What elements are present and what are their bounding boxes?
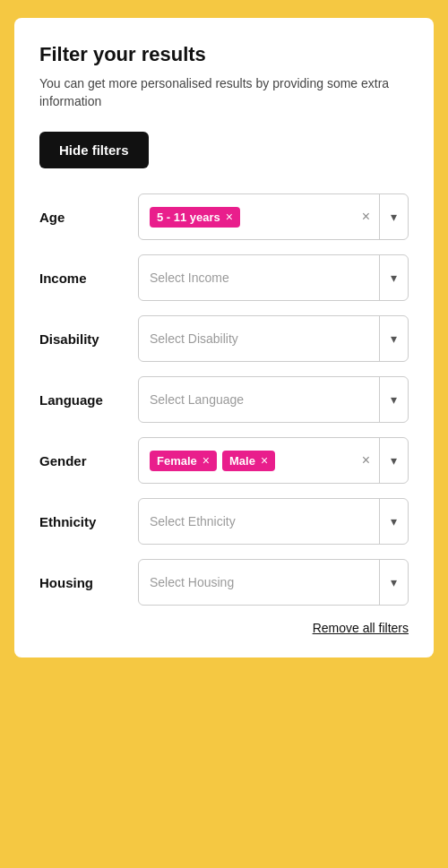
filter-dropdown-language[interactable]: ▾ bbox=[379, 377, 408, 422]
filter-select-language[interactable]: Select Language▾ bbox=[138, 376, 409, 423]
tag-age: 5 - 11 years× bbox=[150, 207, 240, 228]
chevron-down-icon-income: ▾ bbox=[391, 271, 397, 285]
filter-select-inner-housing: Select Housing bbox=[139, 560, 379, 605]
filter-dropdown-ethnicity[interactable]: ▾ bbox=[379, 499, 408, 544]
filter-clear-age[interactable]: × bbox=[353, 209, 379, 225]
tag-label-age: 5 - 11 years bbox=[157, 211, 220, 224]
filter-row-disability: DisabilitySelect Disability▾ bbox=[39, 315, 409, 362]
filter-select-disability[interactable]: Select Disability▾ bbox=[138, 315, 409, 362]
filter-select-gender[interactable]: Female×Male××▾ bbox=[138, 437, 409, 484]
remove-all-container: Remove all filters bbox=[39, 620, 409, 636]
tag-close-gender[interactable]: × bbox=[261, 454, 268, 467]
filter-row-housing: HousingSelect Housing▾ bbox=[39, 559, 409, 606]
chevron-down-icon-disability: ▾ bbox=[391, 331, 397, 346]
filter-select-income[interactable]: Select Income▾ bbox=[138, 254, 409, 301]
filter-select-ethnicity[interactable]: Select Ethnicity▾ bbox=[138, 498, 409, 545]
filter-row-income: IncomeSelect Income▾ bbox=[39, 254, 409, 301]
filter-label-disability: Disability bbox=[39, 331, 138, 347]
filter-label-housing: Housing bbox=[39, 575, 138, 590]
filter-dropdown-gender[interactable]: ▾ bbox=[379, 438, 408, 483]
filter-select-inner-language: Select Language bbox=[139, 377, 379, 422]
tag-label-gender: Male bbox=[229, 454, 255, 468]
filter-dropdown-income[interactable]: ▾ bbox=[379, 255, 408, 300]
chevron-down-icon-gender: ▾ bbox=[391, 453, 397, 468]
filter-label-age: Age bbox=[39, 210, 138, 225]
filter-row-ethnicity: EthnicitySelect Ethnicity▾ bbox=[39, 498, 409, 545]
tag-close-age[interactable]: × bbox=[226, 211, 233, 223]
filter-dropdown-housing[interactable]: ▾ bbox=[379, 560, 408, 605]
remove-all-link[interactable]: Remove all filters bbox=[313, 621, 409, 635]
filter-row-gender: GenderFemale×Male××▾ bbox=[39, 437, 409, 484]
tag-gender: Male× bbox=[222, 451, 275, 471]
chevron-down-icon-housing: ▾ bbox=[391, 575, 397, 589]
filter-card: Filter your results You can get more per… bbox=[14, 18, 434, 657]
hide-filters-button[interactable]: Hide filters bbox=[39, 132, 149, 168]
filter-label-income: Income bbox=[39, 271, 138, 286]
filter-clear-gender[interactable]: × bbox=[353, 452, 379, 468]
filter-select-inner-income: Select Income bbox=[139, 255, 379, 300]
tag-gender: Female× bbox=[150, 451, 217, 471]
filter-row-age: Age5 - 11 years××▾ bbox=[39, 193, 409, 240]
card-title: Filter your results bbox=[39, 43, 409, 66]
filter-dropdown-disability[interactable]: ▾ bbox=[379, 316, 408, 361]
tag-label-gender: Female bbox=[157, 454, 197, 468]
filter-dropdown-age[interactable]: ▾ bbox=[379, 194, 408, 239]
filter-label-gender: Gender bbox=[39, 453, 138, 468]
chevron-down-icon-language: ▾ bbox=[391, 392, 397, 407]
chevron-down-icon-age: ▾ bbox=[391, 210, 397, 224]
filter-select-inner-disability: Select Disability bbox=[139, 316, 379, 361]
filter-select-inner-gender: Female×Male× bbox=[139, 438, 353, 483]
card-subtitle: You can get more personalised results by… bbox=[39, 75, 409, 110]
filter-rows: Age5 - 11 years××▾IncomeSelect Income▾Di… bbox=[39, 193, 409, 606]
chevron-down-icon-ethnicity: ▾ bbox=[391, 514, 397, 529]
filter-select-age[interactable]: 5 - 11 years××▾ bbox=[138, 193, 409, 240]
filter-label-language: Language bbox=[39, 392, 138, 408]
filter-select-housing[interactable]: Select Housing▾ bbox=[138, 559, 409, 606]
filter-select-inner-age: 5 - 11 years× bbox=[139, 194, 353, 239]
tag-close-gender[interactable]: × bbox=[202, 454, 210, 467]
filter-select-inner-ethnicity: Select Ethnicity bbox=[139, 499, 379, 544]
filter-row-language: LanguageSelect Language▾ bbox=[39, 376, 409, 423]
filter-label-ethnicity: Ethnicity bbox=[39, 514, 138, 529]
